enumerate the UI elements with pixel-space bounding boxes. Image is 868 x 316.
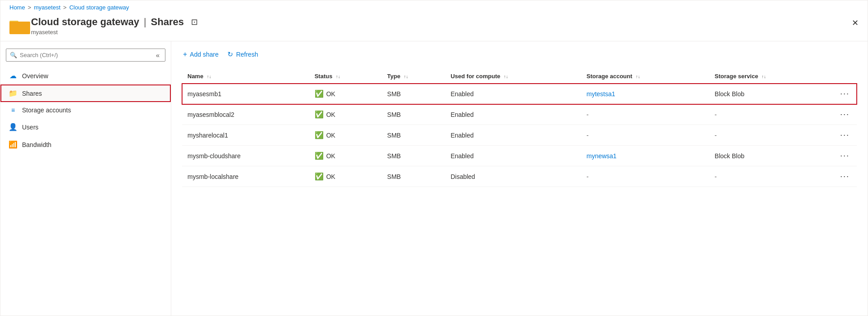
sidebar-item-storage-accounts-label: Storage accounts xyxy=(22,107,71,114)
table-row[interactable]: mysmb-localshare ✅ OK SMB Disabled - - xyxy=(182,166,857,187)
status-ok-icon: ✅ xyxy=(315,89,324,98)
sort-storage-icon: ↑↓ xyxy=(636,74,640,79)
more-button[interactable]: ··· xyxy=(838,129,851,141)
storage-icon: ≡ xyxy=(9,107,18,114)
storage-account-link[interactable]: mytestsa1 xyxy=(587,90,615,98)
main-row: 🔍 « ☁ Overview 📁 Shares ≡ Storage accoun… xyxy=(0,41,868,316)
sidebar-item-shares-label: Shares xyxy=(22,90,42,97)
cell-storage-service: Block Blob xyxy=(709,146,833,166)
cell-storage-account: - xyxy=(581,125,709,146)
breadcrumb: Home > myasetest > Cloud storage gateway xyxy=(0,0,868,14)
status-ok-icon: ✅ xyxy=(315,131,324,139)
sidebar-nav: ☁ Overview 📁 Shares ≡ Storage accounts 👤… xyxy=(0,67,171,153)
col-header-status[interactable]: Status ↑↓ xyxy=(309,69,382,84)
status-text: OK xyxy=(326,132,335,139)
cell-status: ✅ OK xyxy=(309,146,382,166)
search-icon: 🔍 xyxy=(10,52,17,58)
cell-status: ✅ OK xyxy=(309,166,382,187)
cell-storage-service: - xyxy=(709,104,833,125)
cell-compute: Enabled xyxy=(445,146,581,166)
status-text: OK xyxy=(326,173,335,180)
header-title-section: Shares xyxy=(151,16,184,28)
header-title: Cloud storage gateway | Shares ⊡ xyxy=(31,16,198,28)
cell-status: ✅ OK xyxy=(309,84,382,104)
cell-compute: Enabled xyxy=(445,104,581,125)
sidebar-item-shares[interactable]: 📁 Shares xyxy=(0,85,171,102)
cloud-icon: ☁ xyxy=(9,71,18,80)
header-subtitle: myasetest xyxy=(31,29,198,36)
page-header: Cloud storage gateway | Shares ⊡ myasete… xyxy=(0,14,868,41)
status-text: OK xyxy=(326,111,335,118)
breadcrumb-myasetest[interactable]: myasetest xyxy=(34,4,60,11)
cell-status: ✅ OK xyxy=(309,125,382,146)
refresh-button[interactable]: ↻ Refresh xyxy=(227,49,259,60)
collapse-button[interactable]: « xyxy=(154,51,161,59)
add-share-button[interactable]: + Add share xyxy=(182,49,219,60)
cell-status: ✅ OK xyxy=(309,104,382,125)
cell-compute: Enabled xyxy=(445,84,581,104)
cell-more: ··· xyxy=(833,125,857,146)
breadcrumb-sep2: > xyxy=(63,4,67,11)
add-share-label: Add share xyxy=(190,51,218,58)
table-header-row: Name ↑↓ Status ↑↓ Type ↑↓ Used for com xyxy=(182,69,857,84)
sort-name-icon: ↑↓ xyxy=(207,74,211,79)
sidebar-item-users[interactable]: 👤 Users xyxy=(0,118,171,136)
cell-compute: Disabled xyxy=(445,166,581,187)
cell-storage-service: Block Blob xyxy=(709,84,833,104)
table-row[interactable]: myasesmblocal2 ✅ OK SMB Enabled - - · xyxy=(182,104,857,125)
print-button[interactable]: ⊡ xyxy=(191,17,198,27)
more-button[interactable]: ··· xyxy=(838,171,851,182)
breadcrumb-current: Cloud storage gateway xyxy=(69,4,129,11)
svg-rect-2 xyxy=(9,22,30,33)
dash: - xyxy=(715,132,717,139)
sidebar-item-bandwidth-label: Bandwidth xyxy=(22,141,51,148)
table-row[interactable]: mysmb-cloudshare ✅ OK SMB Enabled mynews… xyxy=(182,146,857,166)
breadcrumb-sep1: > xyxy=(28,4,31,11)
cell-storage-account: mynewsa1 xyxy=(581,146,709,166)
cell-storage-account: - xyxy=(581,166,709,187)
more-button[interactable]: ··· xyxy=(838,150,851,161)
cell-more: ··· xyxy=(833,104,857,125)
cell-type: SMB xyxy=(382,146,445,166)
search-box[interactable]: 🔍 « xyxy=(6,49,165,62)
sort-compute-icon: ↑↓ xyxy=(504,74,508,79)
main-container: Home > myasetest > Cloud storage gateway… xyxy=(0,0,868,316)
dash: - xyxy=(715,111,717,118)
col-header-storage-service[interactable]: Storage service ↑↓ xyxy=(709,69,833,84)
status-text: OK xyxy=(326,90,335,98)
cell-type: SMB xyxy=(382,104,445,125)
dash: - xyxy=(587,132,589,139)
table-row[interactable]: mysharelocal1 ✅ OK SMB Enabled - - ·· xyxy=(182,125,857,146)
cell-name: myasesmb1 xyxy=(182,84,309,104)
content-area: + Add share ↻ Refresh Name ↑↓ xyxy=(171,41,868,316)
sidebar-item-overview[interactable]: ☁ Overview xyxy=(0,67,171,85)
cell-name: myasesmblocal2 xyxy=(182,104,309,125)
col-header-storage-account[interactable]: Storage account ↑↓ xyxy=(581,69,709,84)
refresh-icon: ↻ xyxy=(227,50,233,58)
breadcrumb-home[interactable]: Home xyxy=(9,4,25,11)
close-button[interactable]: ✕ xyxy=(852,19,859,27)
sidebar: 🔍 « ☁ Overview 📁 Shares ≡ Storage accoun… xyxy=(0,41,171,316)
col-header-type[interactable]: Type ↑↓ xyxy=(382,69,445,84)
shares-table: Name ↑↓ Status ↑↓ Type ↑↓ Used for com xyxy=(182,69,857,187)
cell-more: ··· xyxy=(833,84,857,104)
search-input[interactable] xyxy=(20,52,151,58)
col-header-used-for-compute[interactable]: Used for compute ↑↓ xyxy=(445,69,581,84)
cell-more: ··· xyxy=(833,166,857,187)
bandwidth-icon: 📶 xyxy=(9,140,18,149)
more-button[interactable]: ··· xyxy=(838,88,851,99)
col-header-name[interactable]: Name ↑↓ xyxy=(182,69,309,84)
cell-name: mysmb-localshare xyxy=(182,166,309,187)
sidebar-item-storage-accounts[interactable]: ≡ Storage accounts xyxy=(0,102,171,118)
sidebar-item-bandwidth[interactable]: 📶 Bandwidth xyxy=(0,136,171,153)
folder-nav-icon: 📁 xyxy=(9,89,18,98)
cell-name: mysmb-cloudshare xyxy=(182,146,309,166)
sidebar-item-overview-label: Overview xyxy=(22,72,48,80)
cell-storage-service: - xyxy=(709,166,833,187)
storage-account-link[interactable]: mynewsa1 xyxy=(587,152,617,160)
more-button[interactable]: ··· xyxy=(838,109,851,120)
status-ok-icon: ✅ xyxy=(315,151,324,160)
col-header-more xyxy=(833,69,857,84)
table-row[interactable]: myasesmb1 ✅ OK SMB Enabled mytestsa1 Blo… xyxy=(182,84,857,104)
cell-storage-service: - xyxy=(709,125,833,146)
